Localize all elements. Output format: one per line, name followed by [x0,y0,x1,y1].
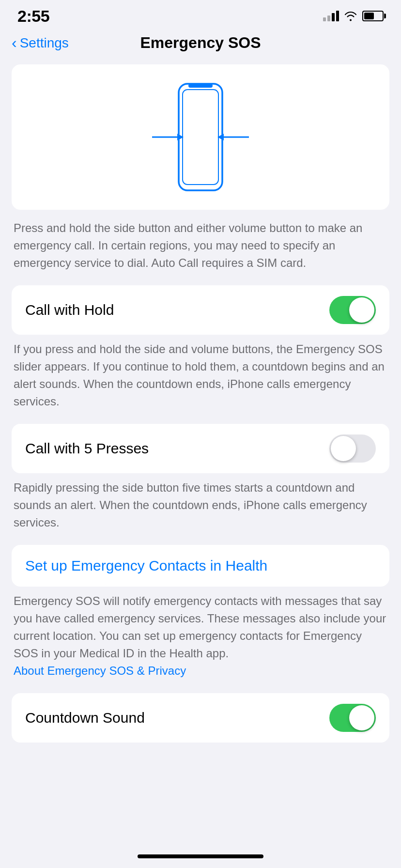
phone-illustration [152,79,249,195]
svg-rect-2 [183,90,218,185]
back-chevron-icon: ‹ [12,35,17,50]
privacy-link[interactable]: About Emergency SOS & Privacy [14,664,186,677]
emergency-contacts-card: Set up Emergency Contacts in Health [12,545,389,587]
countdown-sound-toggle[interactable] [329,704,376,732]
emergency-contacts-description: Emergency SOS will notify emergency cont… [12,592,389,680]
countdown-sound-row: Countdown Sound [12,693,389,743]
main-content: Press and hold the side button and eithe… [0,60,401,768]
toggle-knob-2 [331,436,356,461]
back-label: Settings [20,35,69,51]
call-with-hold-card: Call with Hold [12,285,389,335]
call-with-hold-label: Call with Hold [25,302,114,318]
back-button[interactable]: ‹ Settings [12,35,69,51]
call-with-5-presses-description: Rapidly pressing the side button five ti… [12,479,389,531]
page-title: Emergency SOS [140,34,261,52]
countdown-sound-card: Countdown Sound [12,693,389,743]
home-indicator [0,849,401,868]
main-description: Press and hold the side button and eithe… [12,219,389,272]
call-with-5-presses-card: Call with 5 Presses [12,424,389,473]
call-with-5-presses-toggle[interactable] [329,434,376,463]
emergency-contacts-label: Set up Emergency Contacts in Health [25,558,267,574]
call-with-hold-row: Call with Hold [12,285,389,335]
countdown-sound-label: Countdown Sound [25,710,145,726]
signal-icon [323,11,339,21]
toggle-knob [349,297,374,323]
wifi-icon [344,11,357,21]
status-bar: 2:55 [0,0,401,29]
home-bar [138,854,263,858]
phone-svg [152,79,249,195]
toggle-knob-3 [349,705,374,730]
nav-bar: ‹ Settings Emergency SOS [0,29,401,60]
emergency-contacts-link[interactable]: Set up Emergency Contacts in Health [12,545,389,587]
svg-rect-1 [188,84,213,88]
call-with-hold-description: If you press and hold the side and volum… [12,341,389,410]
battery-icon [362,11,384,21]
status-time: 2:55 [17,7,49,26]
call-with-5-presses-row: Call with 5 Presses [12,424,389,473]
battery-fill [364,13,374,19]
phone-illustration-card [12,64,389,210]
status-icons [323,11,384,21]
call-with-hold-toggle[interactable] [329,296,376,324]
call-with-5-presses-label: Call with 5 Presses [25,440,149,457]
